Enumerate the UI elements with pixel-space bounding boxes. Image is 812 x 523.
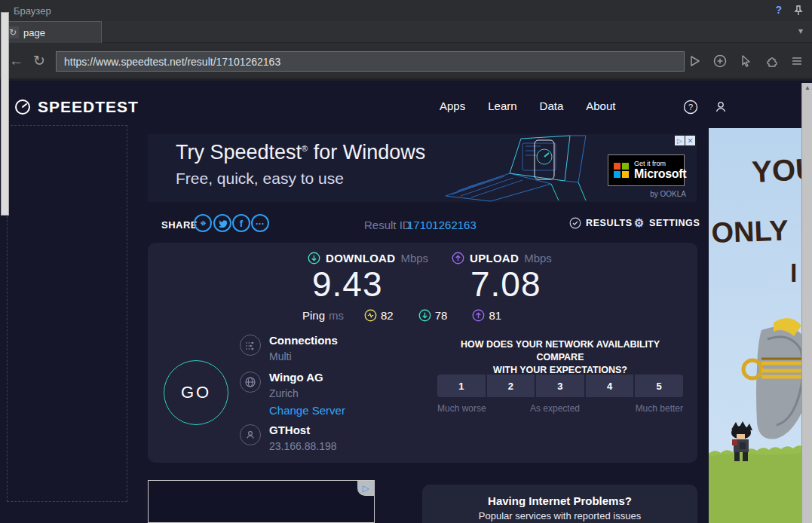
menu-icon[interactable] [789,54,804,69]
ping-idle-value: 82 [381,309,394,322]
ping-download-icon [418,309,431,322]
toolbar-icons [687,54,804,69]
check-circle-icon [569,217,581,229]
help-icon[interactable]: ? [775,4,782,16]
connections-title: Connections [269,334,338,347]
isp-name: GTHost [269,424,310,436]
go-button[interactable]: GO [164,360,228,425]
run-icon[interactable] [687,54,702,69]
share-twitter-icon[interactable] [213,214,231,232]
server-name: Wingo AG [269,371,323,384]
gauge-icon [14,98,32,116]
survey-question: HOW DOES YOUR NETWORK AVAILABILITY COMPA… [437,338,683,377]
url-input[interactable] [56,51,685,72]
survey-option-2[interactable]: 2 [487,375,535,397]
upload-arrow-icon [452,252,464,265]
page-scrollbar[interactable]: ▲ [801,83,812,523]
share-link-icon[interactable] [194,214,212,232]
nav-data[interactable]: Data [540,99,564,112]
problems-subtitle: Popular services with reported issues [422,510,697,521]
isp-ip: 23.166.88.198 [269,440,337,452]
browser-tab[interactable]: ↻ page [2,21,102,43]
badge-small-text: Get it from [634,160,686,167]
share-label: SHARE [161,219,198,231]
settings-button[interactable]: ⚙ SETTINGS [634,217,700,228]
microsoft-store-badge[interactable]: Get it from Microsoft [608,154,685,186]
scale-label-worse: Much worse [437,403,486,414]
laptop-illustration [438,134,611,202]
bottom-ad-frame[interactable]: ▷ [148,480,375,523]
results-card: DOWNLOADMbps 9.43 UPLOADMbps 7.08 Ping m… [148,243,697,463]
extensions-icon[interactable] [764,54,779,69]
ping-idle-icon [364,309,377,322]
nav-apps[interactable]: Apps [440,99,465,112]
tab-strip: ↻ page ▾ [0,21,812,43]
user-icon[interactable] [713,99,728,118]
result-id-label: Result ID [364,219,411,231]
share-more-icon[interactable]: ••• [251,214,269,232]
scale-label-expected: As expected [530,403,580,414]
survey-option-3[interactable]: 3 [536,375,584,397]
gear-icon: ⚙ [634,217,645,228]
pin-icon[interactable] [794,5,803,19]
nav-about[interactable]: About [586,99,615,112]
share-row: SHARE f ••• Result ID 17101262163 RESULT… [148,213,697,236]
share-facebook-icon[interactable]: f [232,214,250,232]
connections-value: Multi [269,350,292,362]
logo-text: SPEEDTEST [38,98,139,116]
speedtest-logo[interactable]: SPEEDTEST [14,98,139,116]
adchoices-icon[interactable]: ▷ [675,136,685,145]
badge-big-text: Microsoft [634,167,686,181]
survey-option-4[interactable]: 4 [586,375,634,397]
upload-label: UPLOADMbps [452,252,552,265]
survey-option-1[interactable]: 1 [437,375,486,397]
tab-list-caret-icon[interactable]: ▾ [798,26,803,36]
site-help-icon[interactable]: ? [683,99,698,118]
results-button[interactable]: RESULTS [569,217,633,229]
back-button[interactable]: ← [9,54,23,68]
cursor-icon[interactable] [738,54,753,69]
add-icon[interactable] [712,54,728,69]
server-location: Zurich [269,387,299,399]
site-nav: Apps Learn Data About [440,99,615,112]
download-value: 9.43 [312,264,383,304]
ookla-byline: by OOKLA [650,190,686,198]
ping-upload-icon [472,309,485,322]
ad-subline: Free, quick, easy to use [176,170,344,188]
ad-text-you: YOU [751,152,801,188]
internet-problems-panel: Having Internet Problems? Popular servic… [422,485,697,523]
browser-toolbar: ← ↻ [0,43,812,81]
ad-text-only: ONLY [711,214,789,249]
scroll-up-arrow[interactable]: ▲ [802,84,812,91]
svg-text:?: ? [688,102,693,112]
tab-label: page [23,27,45,38]
scrollbar-thumb[interactable] [1,12,9,216]
browser-titlebar: Браузер ? [0,0,812,21]
survey-buttons: 1 2 3 4 5 [437,375,683,397]
top-ad-banner[interactable]: Try Speedtest® for Windows Free, quick, … [148,134,697,202]
ping-row: Ping ms 82 78 81 [302,309,522,322]
survey-option-5[interactable]: 5 [635,375,683,397]
adchoices-icon[interactable]: ▷ [357,481,374,496]
speedtest-page: SPEEDTEST Apps Learn Data About ? Try Sp… [0,83,801,523]
ping-label: Ping [302,309,325,322]
ad-text-partial: l [790,258,797,287]
result-id-value: 17101262163 [407,219,476,231]
window-title: Браузер [14,5,51,17]
reload-button[interactable]: ↻ [33,54,45,68]
microsoft-logo-icon [614,163,629,178]
server-globe-icon [240,372,261,393]
ping-unit: ms [329,309,344,322]
upload-value: 7.08 [470,264,541,304]
ad-close-icon[interactable]: ✕ [685,136,695,145]
scale-label-better: Much better [636,403,683,414]
download-arrow-icon [308,252,320,265]
empty-ad-slot [7,125,127,502]
connections-icon [240,335,261,356]
download-label: DOWNLOADMbps [308,252,428,265]
side-ad[interactable]: YOU ONLY l [709,128,801,523]
isp-user-icon [240,424,261,445]
nav-learn[interactable]: Learn [488,99,516,112]
problems-title: Having Internet Problems? [422,494,697,507]
change-server-link[interactable]: Change Server [269,404,345,417]
